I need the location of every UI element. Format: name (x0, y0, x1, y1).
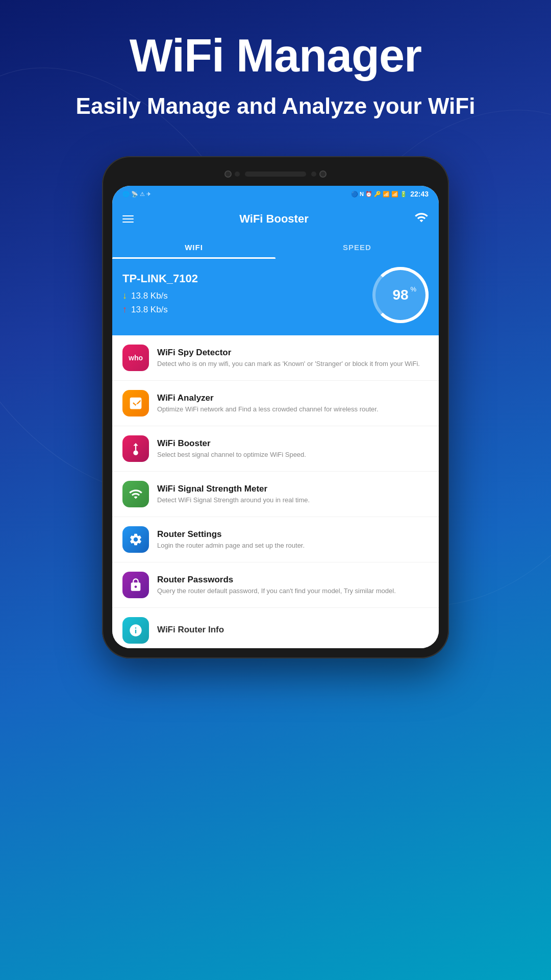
list-item[interactable]: WiFi Booster Select best signal channel … (112, 426, 439, 472)
wifi-booster-icon (122, 435, 149, 462)
list-item[interactable]: WiFi Router Info (112, 608, 439, 648)
router-settings-text: Router Settings Login the router admin p… (157, 529, 429, 550)
signal-strength-circle: 98 % (372, 267, 429, 323)
wifi-router-info-text: WiFi Router Info (157, 625, 429, 636)
menu-line-3 (122, 222, 134, 223)
sensor-right (311, 172, 316, 177)
network-section: TP-LINK_7102 ↓ 13.8 Kb/s ↑ 13.8 Kb/s 98 … (112, 259, 439, 335)
phone-mockup: 🌐 📡 ⚠ ✈ 🔵 N ⏰ 🔑 📶 📶 🔋 22:43 WiFi Booster (0, 156, 551, 658)
menu-line-2 (122, 218, 134, 219)
sensor-left (235, 172, 240, 177)
status-right-icons: 🔵 N ⏰ 🔑 📶 📶 🔋 22:43 (351, 190, 429, 198)
status-bar: 🌐 📡 ⚠ ✈ 🔵 N ⏰ 🔑 📶 📶 🔋 22:43 (112, 186, 439, 202)
wifi-signal-desc: Detect WiFi Signal Strength around you i… (157, 496, 429, 505)
app-bar: WiFi Booster (112, 202, 439, 236)
wifi-spy-detector-text: WiFi Spy Detector Detect who is on my wi… (157, 348, 429, 369)
upload-speed-value: 13.8 Kb/s (131, 305, 168, 315)
router-passwords-title: Router Passwords (157, 575, 429, 585)
status-time: 22:43 (410, 190, 429, 198)
wifi-analyzer-desc: Optimize WiFi network and Find a less cr… (157, 405, 429, 414)
list-item[interactable]: WiFi Analyzer Optimize WiFi network and … (112, 381, 439, 426)
app-bar-title: WiFi Booster (239, 212, 308, 226)
menu-line-1 (122, 215, 134, 216)
wifi-signal-text: WiFi Signal Strength Meter Detect WiFi S… (157, 484, 429, 505)
network-info: TP-LINK_7102 ↓ 13.8 Kb/s ↑ 13.8 Kb/s (122, 272, 372, 318)
subtitle: Easily Manage and Analyze your WiFi (20, 91, 531, 120)
wifi-signal-title: WiFi Signal Strength Meter (157, 484, 429, 494)
feature-list: who WiFi Spy Detector Detect who is on m… (112, 335, 439, 648)
download-arrow-icon: ↓ (122, 290, 127, 301)
wifi-spy-detector-icon: who (122, 345, 149, 371)
upload-arrow-icon: ↑ (122, 304, 127, 315)
network-name: TP-LINK_7102 (122, 272, 372, 285)
front-camera-2 (319, 170, 327, 178)
wifi-booster-title: WiFi Booster (157, 438, 429, 449)
wifi-router-info-title: WiFi Router Info (157, 625, 429, 635)
tab-wifi[interactable]: WIFI (112, 236, 276, 259)
main-title: WiFi Manager (20, 31, 531, 81)
signal-strength-value: 98 (392, 287, 408, 303)
phone-screen: 🌐 📡 ⚠ ✈ 🔵 N ⏰ 🔑 📶 📶 🔋 22:43 WiFi Booster (112, 186, 439, 648)
router-settings-title: Router Settings (157, 529, 429, 540)
wifi-booster-desc: Select best signal channel to optimize W… (157, 450, 429, 459)
router-passwords-desc: Query the router default password, If yo… (157, 586, 429, 596)
hamburger-menu-button[interactable] (122, 215, 134, 223)
wifi-spy-detector-title: WiFi Spy Detector (157, 348, 429, 358)
download-speed-value: 13.8 Kb/s (131, 291, 168, 301)
signal-unit: % (410, 285, 416, 293)
router-settings-icon (122, 526, 149, 553)
router-passwords-text: Router Passwords Query the router defaul… (157, 575, 429, 596)
download-speed-row: ↓ 13.8 Kb/s (122, 290, 372, 301)
wifi-signal-icon (122, 481, 149, 507)
phone-speaker (245, 172, 306, 177)
phone-notch (112, 166, 439, 182)
wifi-analyzer-icon (122, 390, 149, 416)
wifi-status-icon (414, 210, 429, 228)
tab-speed[interactable]: SPEED (276, 236, 439, 259)
tab-bar: WIFI SPEED (112, 236, 439, 259)
wifi-analyzer-text: WiFi Analyzer Optimize WiFi network and … (157, 393, 429, 414)
phone-frame: 🌐 📡 ⚠ ✈ 🔵 N ⏰ 🔑 📶 📶 🔋 22:43 WiFi Booster (102, 156, 449, 658)
list-item[interactable]: Router Settings Login the router admin p… (112, 517, 439, 562)
front-camera (224, 170, 232, 178)
list-item[interactable]: WiFi Signal Strength Meter Detect WiFi S… (112, 472, 439, 517)
router-passwords-icon (122, 572, 149, 598)
wifi-analyzer-title: WiFi Analyzer (157, 393, 429, 403)
router-settings-desc: Login the router admin page and set up t… (157, 541, 429, 550)
upload-speed-row: ↑ 13.8 Kb/s (122, 304, 372, 315)
wifi-spy-detector-desc: Detect who is on my wifi, you can mark a… (157, 359, 429, 369)
list-item[interactable]: Router Passwords Query the router defaul… (112, 562, 439, 608)
status-left-icons: 🌐 📡 ⚠ ✈ (122, 191, 151, 198)
wifi-booster-text: WiFi Booster Select best signal channel … (157, 438, 429, 459)
wifi-router-info-icon (122, 617, 149, 644)
list-item[interactable]: who WiFi Spy Detector Detect who is on m… (112, 335, 439, 381)
